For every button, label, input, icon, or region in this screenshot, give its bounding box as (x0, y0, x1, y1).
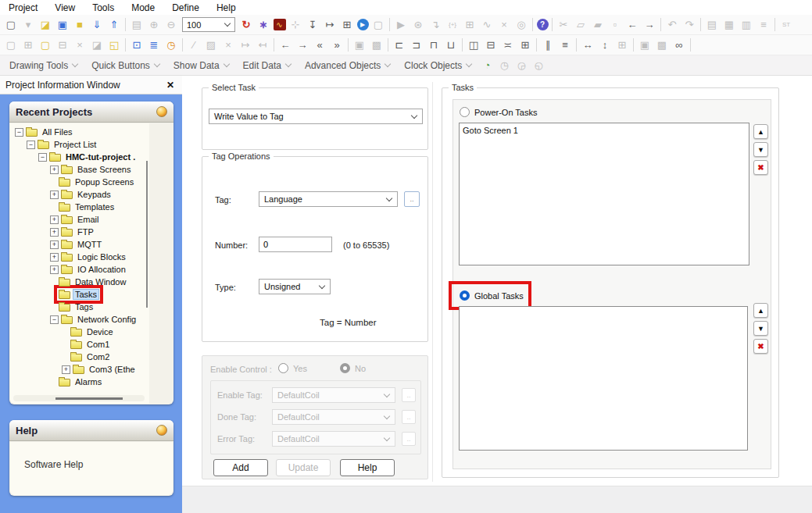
add-button[interactable]: Add (213, 459, 268, 476)
tag-combo[interactable]: Language (259, 191, 398, 207)
send-to-back-icon[interactable]: ▩ (370, 37, 385, 52)
power-on-tasks-radio[interactable]: Power-On Tasks (460, 107, 538, 117)
menu-define[interactable]: Define (163, 2, 208, 13)
marquee-select-icon[interactable]: ▫ (608, 17, 623, 32)
fit-selection-icon[interactable]: ⊞ (615, 37, 630, 52)
task-type-combo[interactable]: Write Value to Tag (209, 109, 423, 124)
new-screen-icon[interactable]: ▢ (4, 37, 19, 52)
tag-browse-button[interactable]: .. (404, 191, 420, 207)
power-on-tasks-list[interactable]: Goto Screen 1 (459, 123, 749, 265)
stopwatch-icon[interactable]: ◔ (480, 58, 495, 73)
menu-mode[interactable]: Mode (123, 2, 163, 13)
refresh-icon[interactable]: ↻ (239, 17, 254, 32)
simulate-icon[interactable]: ▶ (394, 17, 409, 32)
move-up-button[interactable]: ▲ (753, 124, 768, 139)
properties-icon[interactable]: ▤ (130, 17, 145, 32)
trend-edit-icon[interactable]: ∿ (480, 17, 495, 32)
redo-icon[interactable]: ↷ (682, 17, 697, 32)
bring-to-front-icon[interactable]: ▣ (352, 37, 367, 52)
add-page-icon[interactable]: ▢ (38, 37, 53, 52)
open-screen-icon[interactable]: ◪ (90, 37, 105, 52)
tree-item-tasks[interactable]: Tasks (10, 288, 173, 301)
distribute-vertical-icon[interactable]: ≡ (558, 37, 573, 52)
target-icon[interactable]: ◎ (514, 17, 529, 32)
preview-icon[interactable]: ▢ (371, 17, 386, 32)
enable-tag-browse-button[interactable]: .. (402, 388, 416, 402)
dropdown-quick-buttons[interactable]: Quick Buttons (84, 57, 166, 74)
download-to-device-icon[interactable]: ⇓ (90, 17, 105, 32)
menu-tools[interactable]: Tools (84, 2, 123, 13)
menu-view[interactable]: View (46, 2, 84, 13)
goto-branch-icon[interactable]: ↴ (428, 17, 443, 32)
script-braces-icon[interactable]: {+} (445, 17, 460, 32)
enable-yes-radio[interactable]: Yes (278, 363, 307, 373)
nav-next-icon[interactable]: → (295, 37, 310, 52)
move-down-button[interactable]: ▼ (753, 142, 768, 157)
export-icon[interactable]: ↦ (323, 17, 338, 32)
export-object-icon[interactable]: ↤ (256, 37, 270, 52)
collapse-icon[interactable]: − (27, 141, 35, 149)
find-icon[interactable]: ∞ (672, 37, 687, 52)
help-card-header[interactable]: Help (9, 420, 173, 441)
done-tag-combo[interactable]: DefaultCoil (272, 409, 395, 425)
tag-database-icon[interactable]: ≣ (147, 37, 162, 52)
tree-horizontal-scrollbar-thumb[interactable] (55, 397, 123, 400)
analog-clock-icon[interactable]: ◷ (497, 58, 512, 73)
tree-item-keypads[interactable]: +Keypads (10, 188, 173, 201)
tree-item-com3-ethe[interactable]: +Com3 (Ethe (10, 363, 173, 376)
touch-mode-icon[interactable]: ⊹ (288, 17, 303, 32)
software-help-link[interactable]: Software Help (24, 459, 83, 470)
new-project-icon[interactable]: ▢ (4, 17, 19, 32)
collapse-ball-icon[interactable] (156, 425, 167, 436)
edit-pen-icon[interactable]: ∕ (187, 37, 202, 52)
tree-item-network-config[interactable]: −Network Config (10, 313, 173, 326)
delete-task-button[interactable]: ✖ (753, 160, 768, 175)
signature-icon[interactable]: ∿ (274, 19, 286, 30)
center-on-screen-icon[interactable]: ⊞ (518, 37, 533, 52)
dropdown-show-data[interactable]: Show Data (166, 57, 236, 74)
settings-gear-icon[interactable]: ∗ (256, 17, 271, 32)
nav-first-icon[interactable]: « (313, 37, 327, 52)
tree-item-base-screens[interactable]: +Base Screens (10, 163, 173, 176)
fit-width-icon[interactable]: ↔ (581, 37, 596, 52)
center-vertical-icon[interactable]: ⊟ (484, 37, 499, 52)
paste-icon[interactable]: ▰ (591, 17, 606, 32)
task-list-item[interactable]: Goto Screen 1 (460, 125, 749, 136)
done-tag-browse-button[interactable]: .. (402, 410, 416, 424)
help-icon[interactable]: ? (537, 19, 549, 30)
tree-item-email[interactable]: +Email (10, 213, 173, 226)
open-folder-icon[interactable]: ■ (73, 17, 88, 32)
date-object-icon[interactable]: ◶ (514, 58, 529, 73)
save-project-icon[interactable]: ▣ (55, 17, 70, 32)
global-tasks-list[interactable] (459, 306, 748, 451)
tree-item-device[interactable]: Device (10, 326, 173, 338)
tree-item-alarms[interactable]: Alarms (10, 376, 173, 388)
type-combo[interactable]: Unsigned (259, 279, 331, 294)
nudge-left-icon[interactable]: ← (625, 17, 640, 32)
fit-height-icon[interactable]: ↕ (598, 37, 613, 52)
tree-item-io-allocation[interactable]: +IO Allocation (10, 263, 173, 276)
tree-item-ftp[interactable]: +FTP (10, 226, 173, 238)
help-button[interactable]: Help (340, 459, 395, 476)
copy-icon[interactable]: ▱ (574, 17, 588, 32)
tree-vertical-scrollbar[interactable] (146, 161, 148, 308)
number-input[interactable] (259, 237, 332, 252)
tree-item-popup-screens[interactable]: Popup Screens (10, 176, 173, 188)
run-icon[interactable]: ▶ (357, 19, 369, 30)
view-list-icon[interactable]: ≡ (757, 17, 771, 32)
group-icon[interactable]: ▣ (638, 37, 653, 52)
tree-item-project-list[interactable]: −Project List (10, 138, 173, 151)
tree-item-hmc-tut-project[interactable]: −HMC-tut-project . (10, 151, 173, 163)
align-left-icon[interactable]: ⊏ (392, 37, 407, 52)
time-object-icon[interactable]: ◵ (531, 58, 546, 73)
expand-icon[interactable]: + (50, 166, 59, 174)
expand-icon[interactable]: + (50, 216, 59, 224)
collapse-icon[interactable]: − (38, 153, 47, 162)
dropdown-edit-data[interactable]: Edit Data (236, 57, 298, 74)
delete-screen-icon[interactable]: × (73, 37, 88, 52)
cut-icon[interactable]: ✂ (556, 17, 571, 32)
expand-icon[interactable]: + (62, 365, 70, 374)
erase-icon[interactable]: × (221, 37, 236, 52)
global-tasks-radio[interactable]: Global Tasks (460, 290, 524, 301)
nav-prev-icon[interactable]: ← (278, 37, 293, 52)
